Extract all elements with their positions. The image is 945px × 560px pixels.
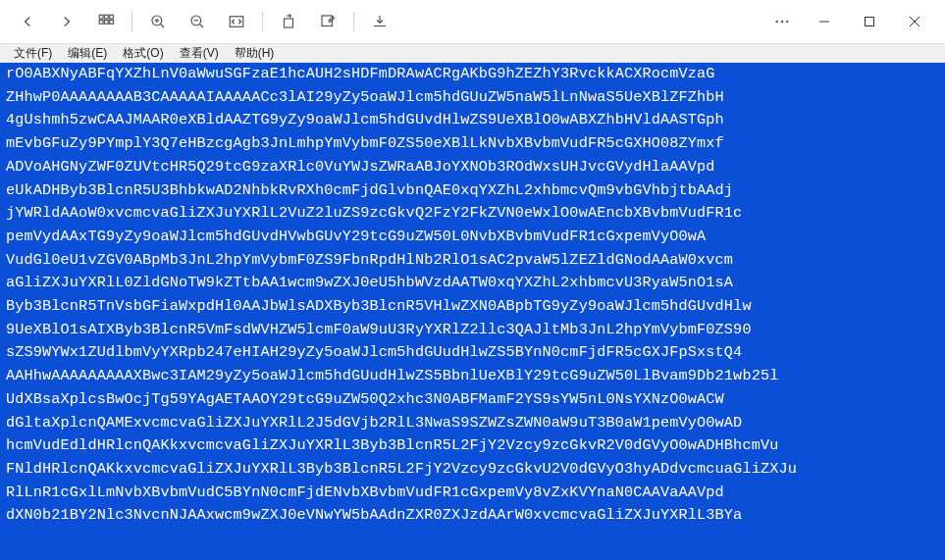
menu-edit[interactable]: 编辑(E): [60, 45, 115, 62]
more-icon: [773, 13, 791, 30]
text-line: sZS9WYWx1ZUdlbmVyYXRpb247eHIAH29yZy5oaWJ…: [6, 341, 943, 365]
menu-view[interactable]: 查看(V): [172, 45, 227, 62]
text-line: ADVoAHGNyZWF0ZUVtcHR5Q29tcG9zaXRlc0VuYWJ…: [6, 156, 943, 179]
separator: [353, 12, 354, 31]
rotate-icon: [280, 13, 297, 30]
svg-point-12: [781, 20, 783, 22]
forward-icon: [58, 13, 76, 30]
back-icon: [19, 13, 36, 30]
text-line: 9UeXBlO1sAIXByb3BlcnR5VmFsdWVHZW5lcmF0aW…: [6, 319, 943, 342]
maximize-button[interactable]: [847, 0, 892, 43]
separator: [131, 12, 132, 31]
zoom-out-button[interactable]: [178, 0, 217, 43]
text-line: aGliZXJuYXRlL0ZldGNoTW9kZTtbAA1wcm9wZXJ0…: [6, 272, 943, 295]
text-line: hcmVudEdldHRlcnQAKkxvcmcvaGliZXJuYXRlL3B…: [6, 434, 943, 458]
text-line: FNldHRlcnQAKkxvcmcvaGliZXJuYXRlL3Byb3Blc…: [6, 458, 943, 482]
menu-file[interactable]: 文件(F): [6, 45, 60, 62]
forward-button[interactable]: [47, 0, 86, 43]
fit-width-button[interactable]: [217, 0, 256, 43]
viewer-toolbar: [0, 0, 945, 43]
apps-icon: [97, 13, 115, 30]
menu-format[interactable]: 格式(O): [115, 45, 171, 62]
edit-icon: [319, 13, 337, 30]
text-line: jYWRldAAoW0xvcmcvaGliZXJuYXRlL2VuZ2luZS9…: [6, 202, 943, 226]
text-line: eUkADHByb3BlcnR5U3BhbkwAD2NhbkRvRXh0cmFj…: [6, 179, 943, 203]
back-button[interactable]: [8, 0, 47, 43]
text-content-area[interactable]: rO0ABXNyABFqYXZhLnV0aWwuSGFzaE1hcAUH2sHD…: [0, 63, 945, 560]
text-line: AAHhwAAAAAAAAAXBwc3IAM29yZy5oaWJlcm5hdGU…: [6, 365, 943, 388]
close-button[interactable]: [892, 0, 937, 43]
svg-rect-1: [105, 15, 109, 19]
menu-help[interactable]: 帮助(H): [227, 45, 283, 62]
text-line: RlLnR1cGxlLmNvbXBvbmVudC5BYnN0cmFjdENvbX…: [6, 482, 943, 505]
svg-rect-4: [105, 20, 109, 24]
text-line: UdXBsaXplcsBwOcjTg59YAgAETAAOY29tcG9uZW5…: [6, 388, 943, 412]
svg-rect-9: [285, 19, 293, 27]
notepad-menubar: 文件(F) 编辑(E) 格式(O) 查看(V) 帮助(H): [0, 43, 945, 63]
fit-width-icon: [227, 13, 246, 30]
close-icon: [909, 16, 920, 27]
separator: [262, 12, 263, 31]
selected-text-block[interactable]: rO0ABXNyABFqYXZhLnV0aWwuSGFzaE1hcAUH2sHD…: [0, 63, 945, 560]
text-line: dGltaXplcnQAMExvcmcvaGliZXJuYXRlL2J5dGVj…: [6, 412, 943, 435]
minimize-button[interactable]: [802, 0, 847, 43]
svg-point-11: [776, 20, 778, 22]
rotate-button[interactable]: [269, 0, 308, 43]
nav-group: [8, 0, 86, 43]
text-line: mEvbGFuZy9PYmplY3Q7eHBzcgAgb3JnLmhpYmVyb…: [6, 132, 943, 156]
zoom-in-icon: [149, 13, 167, 30]
text-line: VudGl0eU1vZGV0ABpMb3JnL2hpYmVybmF0ZS9Fbn…: [6, 249, 943, 273]
download-icon: [371, 13, 389, 30]
svg-point-13: [786, 20, 788, 22]
svg-rect-14: [866, 17, 874, 25]
apps-button[interactable]: [86, 0, 126, 43]
download-button[interactable]: [360, 0, 399, 43]
more-button[interactable]: [762, 0, 802, 43]
text-line: 4gUshmh5zwCAAJMAAR0eXBldAAZTG9yZy9oaWJlc…: [6, 109, 943, 132]
text-line: ZHhwP0AAAAAAAAB3CAAAAAIAAAAACc3lAI29yZy5…: [6, 86, 943, 110]
text-line: dXN0b21BY2Nlc3NvcnNJAAxwcm9wZXJ0eVNwYW5b…: [6, 504, 943, 528]
svg-rect-3: [99, 20, 103, 24]
edit-button[interactable]: [308, 0, 347, 43]
text-line: rO0ABXNyABFqYXZhLnV0aWwuSGFzaE1hcAUH2sHD…: [6, 63, 943, 86]
svg-rect-5: [110, 20, 114, 24]
minimize-icon: [818, 16, 830, 27]
zoom-in-button[interactable]: [138, 0, 178, 43]
maximize-icon: [864, 16, 875, 27]
svg-rect-2: [110, 15, 114, 19]
zoom-out-icon: [188, 13, 206, 30]
svg-rect-0: [99, 15, 103, 19]
text-line: Byb3BlcnR5TnVsbGFiaWxpdHl0AAJbWlsADXByb3…: [6, 295, 943, 319]
text-line: pemVydAAxTG9yZy9oaWJlcm5hdGUvdHVwbGUvY29…: [6, 226, 943, 249]
